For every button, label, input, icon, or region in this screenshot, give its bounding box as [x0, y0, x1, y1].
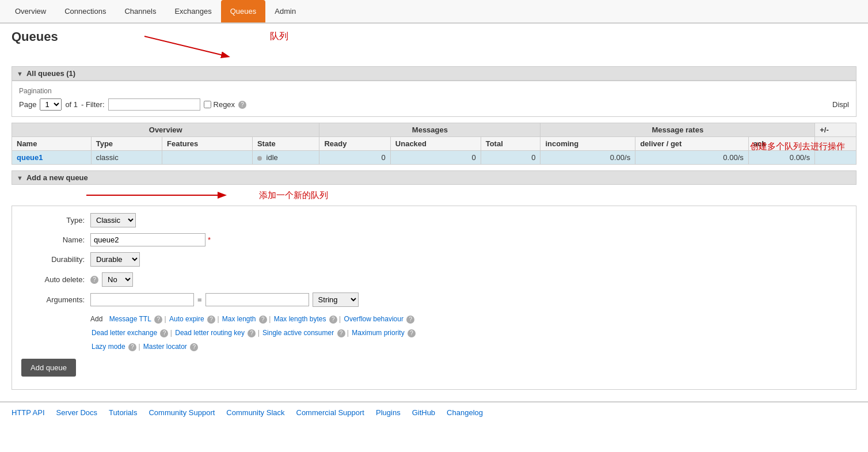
toggle-arrow-add-queue[interactable]: ▼	[17, 174, 23, 181]
col-incoming: incoming	[540, 137, 635, 151]
table-annotation: 创建多个队列去进行操作	[750, 141, 845, 152]
single-active-consumer-help[interactable]: ?	[337, 329, 345, 337]
arguments-row: Arguments: = String Number Boolean List	[21, 293, 847, 307]
nav-queues[interactable]: Queues	[221, 0, 266, 22]
form-annotation: 添加一个新的队列	[259, 190, 328, 201]
pagination-section: Pagination Page 1 of 1 - Filter: Regex ?…	[12, 81, 856, 117]
type-select[interactable]: Classic Quorum	[90, 213, 136, 227]
auto-delete-label: Auto delete:	[21, 275, 90, 284]
dead-letter-routing-key-help[interactable]: ?	[248, 329, 256, 337]
max-length-link[interactable]: Max length	[222, 315, 256, 323]
name-label: Name:	[21, 236, 90, 244]
cell-features	[162, 151, 253, 165]
dead-letter-exchange-help[interactable]: ?	[160, 329, 168, 337]
auto-delete-row: Auto delete: ? No Yes	[21, 272, 847, 287]
nav-channels[interactable]: Channels	[115, 0, 165, 22]
footer-commercial-support[interactable]: Commercial Support	[296, 408, 365, 417]
nav-connections[interactable]: Connections	[55, 0, 115, 22]
col-deliver-get: deliver / get	[635, 137, 749, 151]
page-title: Queues	[12, 29, 58, 44]
cell-ack: 0.00/s	[748, 151, 814, 165]
footer-community-slack[interactable]: Community Slack	[226, 408, 284, 417]
top-nav: Overview Connections Channels Exchanges …	[0, 0, 868, 24]
col-ready: Ready	[319, 137, 390, 151]
single-active-consumer-link[interactable]: Single active consumer	[262, 329, 334, 337]
col-unacked: Unacked	[390, 137, 481, 151]
type-label: Type:	[21, 216, 90, 225]
col-type: Type	[91, 137, 162, 151]
lazy-mode-link[interactable]: Lazy mode	[92, 343, 125, 351]
pagination-label: Pagination	[19, 87, 849, 95]
footer-tutorials[interactable]: Tutorials	[109, 408, 137, 417]
msg-ttl-help[interactable]: ?	[154, 316, 162, 324]
plus-minus-button[interactable]: +/-	[815, 123, 856, 137]
page-select[interactable]: 1	[40, 98, 62, 111]
regex-checkbox[interactable]	[204, 101, 211, 108]
add-link[interactable]: Add	[90, 315, 102, 323]
footer: HTTP API Server Docs Tutorials Community…	[0, 401, 868, 423]
master-locator-help[interactable]: ?	[190, 343, 198, 351]
dead-letter-routing-key-link[interactable]: Dead letter routing key	[175, 329, 245, 337]
argument-links-row2: Dead letter exchange ? | Dead letter rou…	[90, 326, 847, 339]
msg-ttl-link[interactable]: Message TTL	[109, 315, 151, 323]
footer-http-api[interactable]: HTTP API	[12, 408, 45, 417]
nav-exchanges[interactable]: Exchanges	[165, 0, 220, 22]
nav-admin[interactable]: Admin	[265, 0, 305, 22]
overflow-behaviour-link[interactable]: Overflow behaviour	[344, 315, 403, 323]
regex-label[interactable]: Regex	[204, 100, 235, 109]
nav-overview[interactable]: Overview	[6, 0, 55, 22]
maximum-priority-link[interactable]: Maximum priority	[352, 329, 404, 337]
footer-server-docs[interactable]: Server Docs	[56, 408, 98, 417]
auto-expire-help[interactable]: ?	[207, 316, 215, 324]
required-star: *	[208, 236, 211, 244]
type-row: Type: Classic Quorum	[21, 213, 847, 227]
col-total: Total	[481, 137, 540, 151]
footer-plugins[interactable]: Plugins	[376, 408, 401, 417]
toggle-arrow-queues[interactable]: ▼	[17, 70, 23, 77]
auto-delete-select[interactable]: No Yes	[102, 272, 133, 287]
overflow-behaviour-help[interactable]: ?	[406, 316, 414, 324]
argument-links-row1: Add Message TTL ? | Auto expire ? | Max …	[90, 313, 847, 325]
arg-value-input[interactable]	[205, 293, 309, 306]
of-label: of 1	[65, 100, 78, 109]
cell-total: 0	[481, 151, 540, 165]
durability-label: Durability:	[21, 255, 90, 264]
lazy-mode-help[interactable]: ?	[128, 343, 136, 351]
all-queues-header[interactable]: ▼ All queues (1)	[12, 66, 856, 81]
master-locator-link[interactable]: Master locator	[143, 343, 187, 351]
max-length-bytes-help[interactable]: ?	[329, 316, 337, 324]
filter-label: - Filter:	[81, 100, 104, 109]
idle-dot	[257, 156, 262, 161]
all-queues-label: All queues (1)	[26, 69, 75, 78]
footer-changelog[interactable]: Changelog	[447, 408, 483, 417]
table-row[interactable]: queue1 classic idle 0 0 0 0.00/s 0.00/s …	[12, 151, 856, 165]
cell-deliver-get: 0.00/s	[635, 151, 749, 165]
arg-key-input[interactable]	[90, 293, 194, 306]
regex-help[interactable]: ?	[238, 101, 246, 109]
name-row: Name: *	[21, 233, 847, 246]
add-queue-section-header-wrapper: ▼ Add a new queue	[12, 170, 856, 185]
auto-expire-link[interactable]: Auto expire	[169, 315, 204, 323]
eq-sign: =	[197, 295, 202, 304]
title-arrow	[139, 31, 242, 62]
filter-input[interactable]	[108, 98, 200, 111]
col-features: Features	[162, 137, 253, 151]
max-length-help[interactable]: ?	[259, 316, 267, 324]
max-length-bytes-link[interactable]: Max length bytes	[274, 315, 326, 323]
footer-github[interactable]: GitHub	[412, 408, 435, 417]
add-queue-button[interactable]: Add queue	[21, 359, 76, 377]
dead-letter-exchange-link[interactable]: Dead letter exchange	[92, 329, 157, 337]
add-queue-header[interactable]: ▼ Add a new queue	[12, 170, 856, 185]
messages-group-header: Messages	[319, 123, 540, 137]
col-name: Name	[12, 137, 92, 151]
name-input[interactable]	[90, 233, 205, 246]
durability-select[interactable]: Durable Transient	[90, 252, 140, 267]
maximum-priority-help[interactable]: ?	[408, 329, 416, 337]
auto-delete-help[interactable]: ?	[90, 276, 98, 284]
cell-type: classic	[91, 151, 162, 165]
argument-links-row3: Lazy mode ? | Master locator ?	[90, 340, 847, 353]
footer-community-support[interactable]: Community Support	[149, 408, 215, 417]
arg-type-select[interactable]: String Number Boolean List	[313, 293, 359, 307]
arguments-label: Arguments:	[21, 295, 90, 304]
cell-name: queue1	[12, 151, 92, 165]
